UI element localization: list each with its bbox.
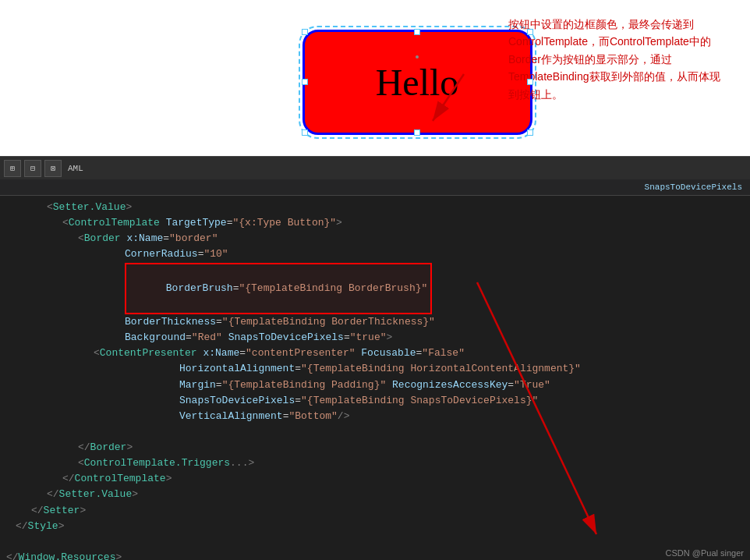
toolbar-code-btn[interactable]: ⊠ bbox=[44, 160, 62, 177]
code-line-10: SnapsToDevicePixels="{TemplateBinding Sn… bbox=[0, 393, 750, 409]
highlight-borderbrush: BorderBrush="{TemplateBinding BorderBrus… bbox=[125, 263, 432, 314]
code-editor: <Setter.Value> <ControlTemplate TargetTy… bbox=[0, 196, 750, 560]
handle-tl bbox=[302, 29, 308, 35]
code-line-15: </Setter.Value> bbox=[0, 487, 750, 502]
code-line-14: </ControlTemplate> bbox=[0, 471, 750, 487]
code-line-11: VerticalAlignment="Bottom"/> bbox=[0, 409, 750, 424]
hello-label: Hello bbox=[376, 61, 459, 104]
code-line-16: </Setter> bbox=[0, 503, 750, 519]
bottom-bar: CSDN @Pual singer bbox=[660, 546, 750, 560]
handle-tr bbox=[527, 29, 533, 35]
code-line-5: BorderThickness="{TemplateBinding Border… bbox=[0, 314, 750, 330]
hello-button: Hello bbox=[302, 30, 532, 135]
handle-br bbox=[527, 129, 533, 136]
annotation-text: 按钮中设置的边框颜色，最终会传递到ControlTemplate，而Contro… bbox=[508, 18, 720, 101]
code-line-4: CornerRadius="10" bbox=[0, 246, 750, 262]
handle-bl bbox=[302, 129, 308, 136]
button-preview: Hello bbox=[300, 26, 534, 139]
toolbar-grid-btn[interactable]: ⊞ bbox=[4, 160, 21, 177]
code-line-17: </Style> bbox=[0, 519, 750, 534]
code-line-18: </Window.Resources> bbox=[0, 550, 750, 560]
xaml-header: SnapsToDevicePixels bbox=[0, 179, 750, 196]
snaps-label: SnapsToDevicePixels bbox=[645, 183, 742, 192]
code-line-borderbrush: BorderBrush="{TemplateBinding BorderBrus… bbox=[0, 263, 750, 314]
code-spacer bbox=[0, 424, 750, 440]
code-line-1: <Setter.Value> bbox=[0, 200, 750, 215]
code-line-8: HorizontalAlignment="{TemplateBinding Ho… bbox=[0, 361, 750, 377]
preview-area: Hello 按钮中设置的边框颜色，最终会传递到ControlTemplate，而… bbox=[0, 0, 750, 156]
code-line-9: Margin="{TemplateBinding Padding}" Recog… bbox=[0, 377, 750, 393]
annotation-box: 按钮中设置的边框颜色，最终会传递到ControlTemplate，而Contro… bbox=[508, 16, 727, 103]
bottom-text: CSDN @Pual singer bbox=[666, 548, 744, 558]
handle-mr bbox=[527, 79, 533, 85]
code-line-6: Background="Red" SnapsToDevicePixels="tr… bbox=[0, 330, 750, 346]
code-line-13: <ControlTemplate.Triggers...> bbox=[0, 455, 750, 471]
toolbar-label: AML bbox=[68, 164, 83, 173]
code-line-2: <ControlTemplate TargetType="{x:Type But… bbox=[0, 215, 750, 231]
code-line-3: <Border x:Name="border" bbox=[0, 231, 750, 246]
code-line-7: <ContentPresenter x:Name="contentPresent… bbox=[0, 346, 750, 361]
center-dot bbox=[416, 55, 419, 58]
code-line-blank bbox=[0, 534, 750, 550]
toolbar: ⊞ ⊟ ⊠ AML bbox=[0, 156, 750, 179]
code-line-12: </Border> bbox=[0, 440, 750, 455]
handle-ml bbox=[302, 79, 308, 85]
handle-bm bbox=[414, 129, 420, 136]
handle-tm bbox=[414, 29, 420, 35]
toolbar-split-btn[interactable]: ⊟ bbox=[24, 160, 41, 177]
